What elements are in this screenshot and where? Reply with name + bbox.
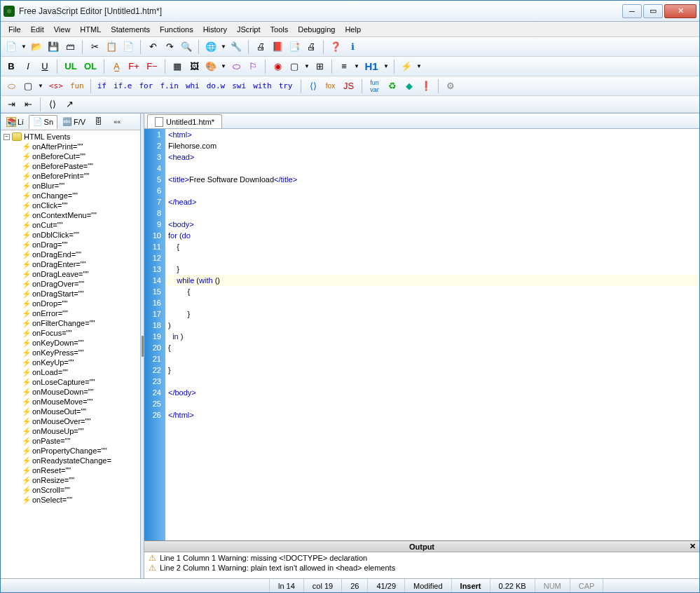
dropdown-icon[interactable]: ▼	[220, 39, 227, 55]
bolt-button[interactable]: ⚡	[399, 59, 414, 74]
tree-item[interactable]: ⚡onReset=""	[2, 465, 139, 475]
redo-button[interactable]: ↷	[162, 39, 177, 55]
brackets-button[interactable]: ⟨⟩	[45, 97, 60, 112]
code-line[interactable]: {	[168, 286, 699, 297]
sidebar-tab-sn[interactable]: 📄Sn	[29, 115, 57, 129]
font-minus-button[interactable]: F−	[144, 59, 160, 74]
arrow-button[interactable]: ↗	[62, 97, 77, 112]
snippet-doc-button[interactable]: ▢	[20, 79, 36, 94]
tree-item[interactable]: ⚡onMouseOut=""	[2, 407, 139, 416]
tree-item[interactable]: ⚡onDblClick=""	[2, 230, 139, 240]
output-body[interactable]: ⚠Line 1 Column 1 Warning: missing <!DOCT…	[144, 552, 699, 578]
menu-tools[interactable]: Tools	[266, 23, 294, 36]
open-button[interactable]: 📂	[29, 39, 44, 55]
tree-item[interactable]: ⚡onKeyUp=""	[2, 357, 139, 367]
align-button[interactable]: ≡	[336, 59, 352, 74]
tree-item[interactable]: ⚡onReadystateChange=	[2, 456, 139, 465]
dropdown-icon[interactable]: ▼	[303, 59, 310, 74]
dropdown-icon[interactable]: ▼	[353, 59, 360, 74]
tree-item[interactable]: ⚡onDragStart=""	[2, 289, 139, 299]
tree-item[interactable]: ⚡onClick=""	[2, 200, 139, 210]
dropdown-icon[interactable]: ▼	[383, 59, 390, 74]
tree-item[interactable]: ⚡onLoad=""	[2, 367, 139, 377]
dropdown-icon[interactable]: ▼	[416, 59, 423, 74]
menu-view[interactable]: View	[49, 23, 76, 36]
tree-item[interactable]: ⚡onMouseUp=""	[2, 426, 139, 436]
cut-button[interactable]: ✂	[87, 39, 102, 55]
minimize-button[interactable]: ─	[622, 4, 642, 18]
tree-item[interactable]: ⚡onError=""	[2, 308, 139, 318]
menu-history[interactable]: History	[198, 23, 232, 36]
keyword-fun[interactable]: fun	[67, 81, 88, 90]
titlebar[interactable]: Free JavaScript Editor [Untitled1.htm*] …	[1, 1, 699, 22]
box-button[interactable]: ▢	[287, 59, 302, 74]
keyword-for[interactable]: for	[136, 81, 157, 90]
tree-item[interactable]: ⚡onDragLeave=""	[2, 269, 139, 279]
keyword-s[interactable]: <s>	[46, 81, 67, 90]
gear-button[interactable]: ⚙	[443, 79, 458, 94]
find-button[interactable]: 🔍	[179, 39, 194, 55]
new-file-button[interactable]: 📄	[4, 39, 19, 55]
copy-button[interactable]: 📋	[104, 39, 119, 55]
code-line[interactable]: while (with ()	[168, 275, 699, 286]
print2-button[interactable]: 🖨	[303, 39, 319, 55]
collapse-icon[interactable]: −	[4, 134, 10, 140]
menu-jscript[interactable]: JScript	[232, 23, 266, 36]
code-line[interactable]	[168, 207, 699, 219]
output-line[interactable]: ⚠Line 2 Column 1 Warning: plain text isn…	[146, 563, 698, 573]
sidebar-tab-li[interactable]: 📚Li	[2, 115, 28, 129]
keyword-ife[interactable]: if.e	[110, 81, 136, 90]
var-button[interactable]: funvar	[366, 79, 383, 94]
tree-item[interactable]: ⚡onPropertyChange=""	[2, 446, 139, 456]
outdent-button[interactable]: ⇤	[20, 97, 36, 112]
code-line[interactable]: Filehorse.com	[168, 140, 699, 151]
dropdown-icon[interactable]: ▼	[20, 39, 27, 55]
tree-item[interactable]: ⚡onDragEnter=""	[2, 259, 139, 269]
book-button[interactable]: 📕	[270, 39, 285, 55]
code-body[interactable]: <html>Filehorse.com<head><title>Free Sof…	[165, 129, 699, 540]
snippet-button[interactable]: ⬭	[4, 79, 19, 94]
code-line[interactable]	[168, 376, 699, 387]
code-line[interactable]	[168, 252, 699, 264]
warn-button[interactable]: ❗	[418, 79, 434, 94]
menu-statements[interactable]: Statements	[106, 23, 155, 36]
font-plus-button[interactable]: F+	[125, 59, 142, 74]
palette-button[interactable]: 🎨	[203, 59, 219, 74]
keyword-whi[interactable]: whi	[182, 81, 203, 90]
code-line[interactable]: }	[168, 308, 699, 320]
menu-debugging[interactable]: Debugging	[293, 23, 340, 36]
code-line[interactable]: {	[168, 342, 699, 353]
tree-item[interactable]: ⚡onFilterChange=""	[2, 318, 139, 328]
undo-button[interactable]: ↶	[145, 39, 160, 55]
code-line[interactable]	[168, 398, 699, 409]
keyword-if[interactable]: if	[94, 81, 110, 90]
tree-item[interactable]: ⚡onBeforePrint=""	[2, 171, 139, 181]
sidebar-tab-fv[interactable]: 🔤F/V	[58, 115, 90, 129]
tree-item[interactable]: ⚡onBlur=""	[2, 181, 139, 191]
save-all-button[interactable]: 🗃	[62, 39, 78, 55]
code-line[interactable]: }	[168, 364, 699, 376]
code-line[interactable]: <body>	[168, 219, 699, 230]
tree-item[interactable]: ⚡onDrag=""	[2, 240, 139, 250]
tree-item[interactable]: ⚡onBeforePaste=""	[2, 161, 139, 171]
underline-button[interactable]: U	[37, 59, 53, 74]
code-line[interactable]: }	[168, 264, 699, 275]
heading-button[interactable]: H1	[362, 59, 381, 74]
validate-button[interactable]: ⟨⟩	[306, 79, 321, 94]
js-logo-button[interactable]: JS	[341, 79, 357, 94]
tree-item[interactable]: ⚡onMouseDown=""	[2, 387, 139, 397]
tree-item[interactable]: ⚡onFocus=""	[2, 328, 139, 338]
tree-item[interactable]: ⚡onContextMenu=""	[2, 210, 139, 220]
code-line[interactable]: </html>	[168, 409, 699, 421]
help-button[interactable]: ❓	[328, 39, 343, 55]
ol-button[interactable]: OL	[81, 59, 99, 74]
tree-item[interactable]: ⚡onSelect=""	[2, 495, 139, 505]
tree-item[interactable]: ⚡onResize=""	[2, 475, 139, 485]
tag-button[interactable]: ⬭	[228, 59, 244, 74]
menu-html[interactable]: HTML	[75, 23, 106, 36]
code-line[interactable]: <html>	[168, 129, 699, 140]
code-line[interactable]: </body>	[168, 387, 699, 398]
tree-item[interactable]: ⚡onDrop=""	[2, 299, 139, 308]
menu-edit[interactable]: Edit	[26, 23, 49, 36]
info-button[interactable]: ℹ	[345, 39, 360, 55]
